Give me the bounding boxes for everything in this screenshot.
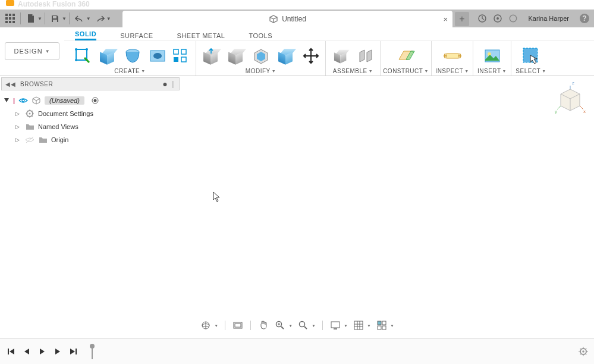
create-sketch-button[interactable] bbox=[72, 45, 93, 67]
timeline-track[interactable] bbox=[89, 343, 588, 360]
browser-collapse-icon[interactable]: ◀◀ bbox=[5, 81, 15, 87]
radio-active-icon[interactable] bbox=[92, 97, 99, 104]
svg-rect-25 bbox=[174, 49, 178, 54]
svg-rect-5 bbox=[12, 17, 15, 20]
browser-node-document-settings[interactable]: ▷ Document Settings bbox=[4, 107, 177, 120]
svg-rect-28 bbox=[181, 57, 186, 62]
redo-dropdown-icon[interactable]: ▼ bbox=[106, 16, 111, 21]
expand-icon[interactable]: ▷ bbox=[15, 137, 21, 143]
create-extrude-button[interactable] bbox=[97, 45, 118, 67]
grid-settings-button[interactable] bbox=[353, 319, 364, 331]
pan-button[interactable] bbox=[257, 319, 269, 331]
svg-rect-55 bbox=[331, 322, 340, 328]
svg-rect-10 bbox=[53, 20, 57, 22]
browser-node-named-views[interactable]: ▷ Named Views bbox=[4, 120, 177, 133]
measure-button[interactable] bbox=[442, 45, 463, 67]
browser-title: BROWSER bbox=[20, 81, 53, 87]
redo-button[interactable] bbox=[92, 11, 108, 26]
expand-icon[interactable] bbox=[4, 98, 10, 103]
combine-button[interactable] bbox=[275, 45, 297, 67]
svg-text:y: y bbox=[555, 109, 557, 114]
svg-point-21 bbox=[75, 59, 77, 61]
press-pull-button[interactable] bbox=[200, 45, 222, 67]
group-construct: CONSTRUCT▼ bbox=[381, 41, 432, 76]
joint-button[interactable] bbox=[355, 45, 376, 67]
fillet-button[interactable] bbox=[225, 45, 247, 67]
tab-sheetmetal[interactable]: SHEET METAL bbox=[177, 32, 225, 40]
visibility-eye-icon[interactable] bbox=[18, 97, 28, 104]
shell-button[interactable] bbox=[250, 45, 272, 67]
save-dropdown-icon[interactable]: ▼ bbox=[62, 16, 67, 21]
browser-pin-icon[interactable]: │ bbox=[171, 81, 175, 87]
timeline-start-button[interactable] bbox=[6, 346, 17, 357]
svg-line-44 bbox=[557, 106, 561, 109]
construct-plane-button[interactable] bbox=[395, 45, 417, 67]
create-pattern-button[interactable] bbox=[172, 48, 188, 64]
data-panel-button[interactable] bbox=[2, 11, 18, 26]
timeline-step-forward-button[interactable] bbox=[52, 346, 63, 357]
component-cube-icon bbox=[32, 96, 41, 105]
expand-icon[interactable]: ▷ bbox=[15, 124, 21, 130]
notifications-button[interactable] bbox=[507, 12, 519, 24]
timeline-marker[interactable] bbox=[89, 344, 95, 359]
expand-icon[interactable]: ▷ bbox=[15, 111, 21, 117]
svg-rect-65 bbox=[382, 326, 386, 330]
visibility-eye-off-icon[interactable] bbox=[25, 136, 34, 143]
browser-root-node[interactable]: | (Unsaved) bbox=[4, 94, 177, 107]
svg-rect-67 bbox=[76, 349, 77, 354]
browser-dot-icon[interactable]: ● bbox=[162, 79, 168, 89]
viewcube[interactable]: z x y bbox=[551, 80, 586, 115]
svg-rect-8 bbox=[12, 21, 15, 23]
gear-icon bbox=[25, 109, 34, 118]
tab-solid[interactable]: SOLID bbox=[75, 30, 96, 40]
zoom-button[interactable] bbox=[274, 319, 286, 331]
tab-tools[interactable]: TOOLS bbox=[249, 32, 272, 40]
timeline-end-button[interactable] bbox=[68, 346, 78, 357]
folder-icon bbox=[38, 136, 48, 144]
browser-header[interactable]: ◀◀ BROWSER ●│ bbox=[1, 77, 180, 90]
new-tab-button[interactable]: + bbox=[455, 12, 469, 26]
document-title: Untitled bbox=[282, 15, 306, 23]
file-menu-button[interactable] bbox=[23, 11, 39, 26]
viewport-layout-button[interactable] bbox=[376, 319, 388, 331]
move-button[interactable] bbox=[300, 45, 322, 67]
ribbon-tabs: SOLID SURFACE SHEET METAL TOOLS bbox=[64, 27, 594, 40]
user-account-button[interactable]: Karina Harper bbox=[523, 15, 575, 22]
browser-node-origin[interactable]: ▷ Origin bbox=[4, 133, 177, 146]
look-at-button[interactable] bbox=[232, 319, 244, 331]
fit-button[interactable] bbox=[297, 319, 309, 331]
svg-rect-9 bbox=[53, 16, 56, 18]
select-button[interactable] bbox=[520, 45, 542, 67]
undo-button[interactable] bbox=[72, 11, 87, 26]
svg-point-15 bbox=[510, 15, 516, 21]
group-create: CREATE▼ bbox=[64, 41, 196, 76]
svg-text:x: x bbox=[583, 109, 586, 114]
close-tab-button[interactable]: × bbox=[443, 15, 448, 24]
document-cube-icon bbox=[269, 14, 278, 24]
svg-rect-27 bbox=[174, 57, 178, 62]
group-insert: INSERT▼ bbox=[473, 41, 511, 76]
svg-rect-3 bbox=[5, 17, 8, 20]
svg-point-37 bbox=[29, 113, 31, 115]
create-hole-button[interactable] bbox=[147, 45, 168, 67]
timeline-settings-button[interactable] bbox=[579, 347, 588, 356]
orbit-button[interactable] bbox=[200, 319, 212, 331]
workspace-switcher[interactable]: DESIGN▼ bbox=[0, 27, 64, 75]
ribbon: DESIGN▼ SOLID SURFACE SHEET METAL TOOLS … bbox=[0, 27, 594, 76]
tab-surface[interactable]: SURFACE bbox=[120, 32, 153, 40]
new-component-button[interactable] bbox=[330, 45, 351, 67]
save-button[interactable] bbox=[48, 11, 63, 26]
timeline-play-button[interactable] bbox=[37, 346, 48, 357]
help-button[interactable]: ? bbox=[579, 12, 590, 24]
extensions-button[interactable] bbox=[476, 12, 488, 24]
timeline-step-back-button[interactable] bbox=[21, 346, 32, 357]
undo-dropdown-icon[interactable]: ▼ bbox=[86, 16, 91, 21]
display-settings-button[interactable] bbox=[329, 319, 341, 331]
insert-decal-button[interactable] bbox=[482, 45, 503, 67]
file-menu-dropdown-icon[interactable]: ▼ bbox=[37, 16, 42, 21]
create-revolve-button[interactable] bbox=[122, 45, 143, 67]
job-status-button[interactable] bbox=[492, 12, 504, 24]
group-assemble: ASSEMBLE▼ bbox=[326, 41, 381, 76]
document-tab[interactable]: Untitled × + bbox=[122, 11, 452, 27]
folder-icon bbox=[25, 123, 34, 131]
